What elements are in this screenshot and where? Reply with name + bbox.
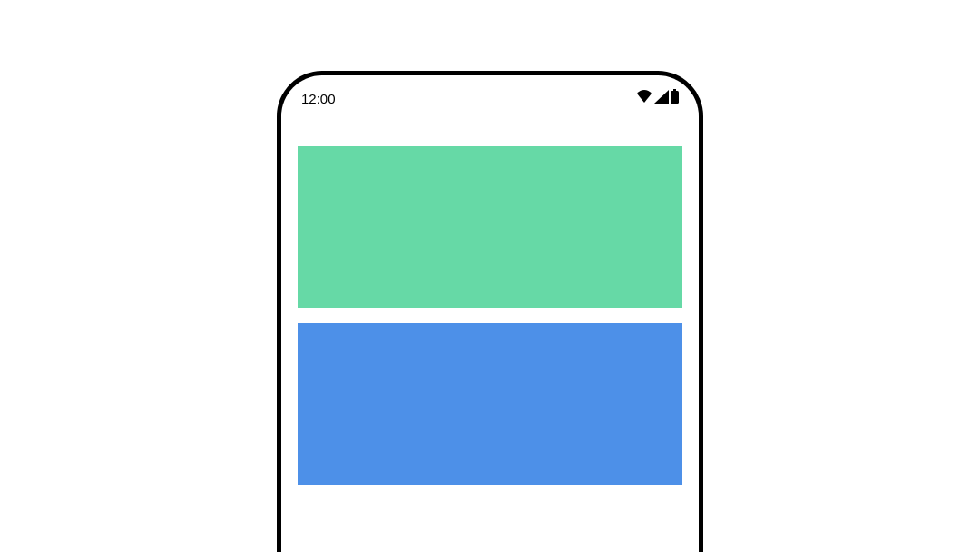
bottom-block [298,323,682,485]
wifi-icon [636,90,652,107]
status-bar: 12:00 [281,75,699,117]
top-block [298,146,682,308]
svg-rect-0 [673,89,676,91]
content-area [281,117,699,485]
battery-icon [671,89,679,107]
phone-device-frame: 12:00 [277,71,703,552]
svg-rect-1 [671,91,679,104]
status-icons [636,89,679,107]
cellular-signal-icon [654,90,669,107]
status-time: 12:00 [301,91,336,106]
